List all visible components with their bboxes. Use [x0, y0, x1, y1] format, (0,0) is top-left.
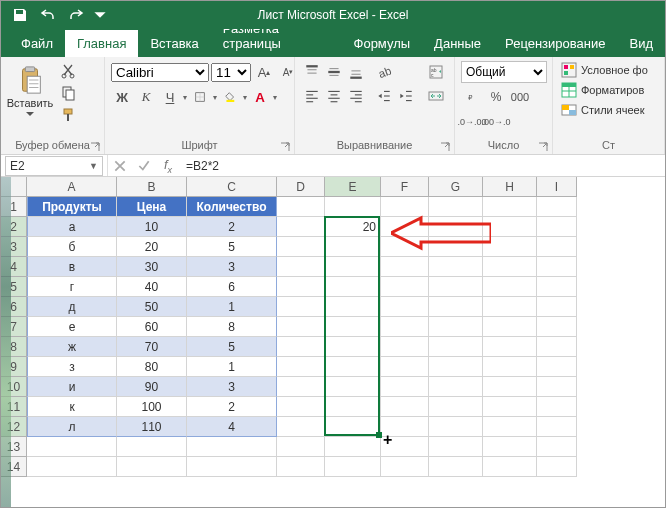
cell[interactable]: д — [27, 297, 117, 317]
column-header[interactable]: A — [27, 177, 117, 197]
column-header[interactable]: F — [381, 177, 429, 197]
dialog-launcher-icon[interactable] — [90, 142, 100, 152]
cell[interactable]: в — [27, 257, 117, 277]
cell[interactable]: 110 — [117, 417, 187, 437]
cell[interactable] — [277, 397, 325, 417]
row-header[interactable]: 7 — [1, 317, 27, 337]
cell[interactable]: ж — [27, 337, 117, 357]
cell[interactable] — [187, 457, 277, 477]
cell[interactable] — [537, 437, 577, 457]
cell[interactable] — [537, 237, 577, 257]
save-icon[interactable] — [9, 4, 31, 26]
cell[interactable] — [325, 297, 381, 317]
dialog-launcher-icon[interactable] — [440, 142, 450, 152]
row-header[interactable]: 5 — [1, 277, 27, 297]
cell[interactable]: 70 — [117, 337, 187, 357]
cell[interactable] — [381, 317, 429, 337]
cell[interactable] — [187, 437, 277, 457]
cell[interactable] — [429, 437, 483, 457]
align-top-button[interactable] — [301, 61, 323, 83]
cell[interactable] — [381, 277, 429, 297]
align-middle-button[interactable] — [323, 61, 345, 83]
fill-color-button[interactable] — [219, 86, 241, 108]
cell[interactable] — [381, 217, 429, 237]
cell[interactable] — [537, 377, 577, 397]
cell[interactable] — [277, 217, 325, 237]
column-header[interactable]: B — [117, 177, 187, 197]
cell[interactable]: 1 — [187, 357, 277, 377]
percent-button[interactable]: % — [485, 86, 507, 108]
cell[interactable]: 20 — [325, 217, 381, 237]
cell[interactable]: 50 — [117, 297, 187, 317]
tab-вставка[interactable]: Вставка — [138, 30, 210, 57]
cell[interactable]: Цена — [117, 197, 187, 217]
cell[interactable]: 1 — [187, 297, 277, 317]
cell[interactable] — [537, 257, 577, 277]
decrease-indent-button[interactable] — [373, 85, 395, 107]
cell[interactable] — [483, 397, 537, 417]
cell[interactable] — [117, 437, 187, 457]
cell[interactable] — [381, 197, 429, 217]
cell[interactable] — [537, 297, 577, 317]
cell[interactable] — [429, 217, 483, 237]
cut-button[interactable] — [57, 61, 79, 81]
align-bottom-button[interactable] — [345, 61, 367, 83]
comma-style-button[interactable]: 000 — [509, 86, 531, 108]
cell[interactable]: з — [27, 357, 117, 377]
cell[interactable] — [27, 437, 117, 457]
cell[interactable] — [381, 417, 429, 437]
format-painter-button[interactable] — [57, 105, 79, 125]
cell[interactable] — [429, 297, 483, 317]
dialog-launcher-icon[interactable] — [280, 142, 290, 152]
cell[interactable]: 40 — [117, 277, 187, 297]
tab-вид[interactable]: Вид — [617, 30, 665, 57]
cell[interactable] — [325, 237, 381, 257]
grow-font-button[interactable]: A▴ — [253, 61, 275, 83]
number-format-select[interactable]: Общий — [461, 61, 547, 83]
cell[interactable]: Количество — [187, 197, 277, 217]
cell[interactable]: е — [27, 317, 117, 337]
row-header[interactable]: 2 — [1, 217, 27, 237]
cell[interactable] — [325, 197, 381, 217]
borders-button[interactable] — [189, 86, 211, 108]
cell[interactable] — [381, 237, 429, 257]
cell[interactable]: 4 — [187, 417, 277, 437]
cell[interactable] — [429, 237, 483, 257]
cell[interactable] — [429, 317, 483, 337]
cell[interactable] — [483, 257, 537, 277]
cell[interactable]: 100 — [117, 397, 187, 417]
cell[interactable] — [429, 457, 483, 477]
cell[interactable]: 10 — [117, 217, 187, 237]
cell[interactable]: к — [27, 397, 117, 417]
row-header[interactable]: 9 — [1, 357, 27, 377]
enter-formula-button[interactable] — [132, 155, 156, 176]
cell[interactable]: Продукты — [27, 197, 117, 217]
tab-файл[interactable]: Файл — [9, 30, 65, 57]
cell[interactable] — [277, 357, 325, 377]
cell[interactable]: 30 — [117, 257, 187, 277]
cell[interactable]: 90 — [117, 377, 187, 397]
row-header[interactable]: 12 — [1, 417, 27, 437]
tab-формулы[interactable]: Формулы — [342, 30, 423, 57]
cell[interactable] — [429, 357, 483, 377]
cell[interactable]: 2 — [187, 397, 277, 417]
cell[interactable] — [429, 197, 483, 217]
cell[interactable] — [277, 337, 325, 357]
align-left-button[interactable] — [301, 85, 323, 107]
cell[interactable] — [483, 377, 537, 397]
cell[interactable] — [325, 317, 381, 337]
qat-dropdown-icon[interactable] — [93, 4, 107, 26]
cell[interactable]: 60 — [117, 317, 187, 337]
bold-button[interactable]: Ж — [111, 86, 133, 108]
cell[interactable] — [429, 257, 483, 277]
cell[interactable] — [483, 217, 537, 237]
cell[interactable] — [483, 337, 537, 357]
cell[interactable]: 20 — [117, 237, 187, 257]
tab-рецензирование[interactable]: Рецензирование — [493, 30, 617, 57]
cell[interactable]: 3 — [187, 257, 277, 277]
increase-decimal-button[interactable]: .0→.00 — [461, 111, 483, 133]
cell[interactable]: 8 — [187, 317, 277, 337]
cell[interactable] — [483, 297, 537, 317]
row-header[interactable]: 11 — [1, 397, 27, 417]
underline-button[interactable]: Ч — [159, 86, 181, 108]
